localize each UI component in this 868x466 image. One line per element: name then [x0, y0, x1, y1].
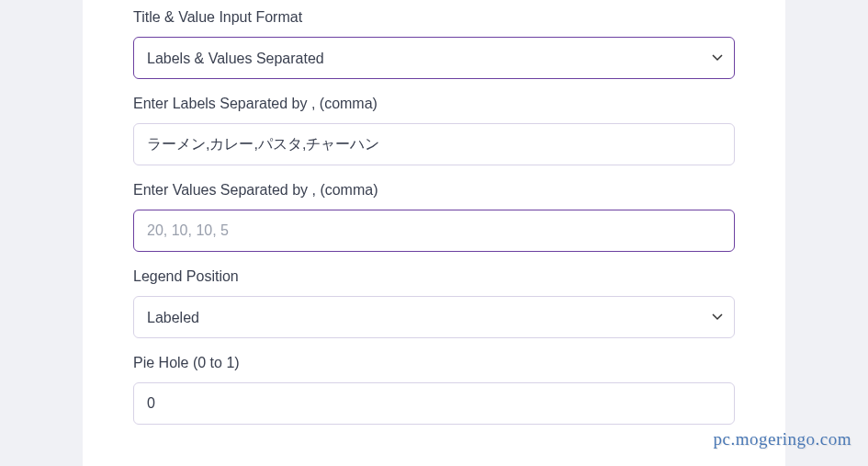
field-values: Enter Values Separated by , (comma)	[133, 173, 735, 259]
form-card: Title & Value Input Format Labels & Valu…	[83, 0, 785, 466]
input-labels[interactable]	[133, 123, 735, 165]
label-title-format: Title & Value Input Format	[133, 9, 735, 26]
label-values-input: Enter Values Separated by , (comma)	[133, 182, 735, 199]
label-labels-input: Enter Labels Separated by , (comma)	[133, 96, 735, 112]
input-pie-hole[interactable]	[133, 382, 735, 425]
field-title-format: Title & Value Input Format Labels & Valu…	[133, 0, 735, 86]
select-title-format[interactable]: Labels & Values Separated	[133, 37, 735, 79]
input-values[interactable]	[133, 210, 735, 252]
field-pie-hole: Pie Hole (0 to 1)	[133, 346, 735, 432]
label-legend-position: Legend Position	[133, 268, 735, 285]
label-pie-hole: Pie Hole (0 to 1)	[133, 355, 735, 371]
field-legend-position: Legend Position Labeled	[133, 259, 735, 346]
select-legend-position[interactable]: Labeled	[133, 296, 735, 338]
field-labels: Enter Labels Separated by , (comma)	[133, 86, 735, 173]
